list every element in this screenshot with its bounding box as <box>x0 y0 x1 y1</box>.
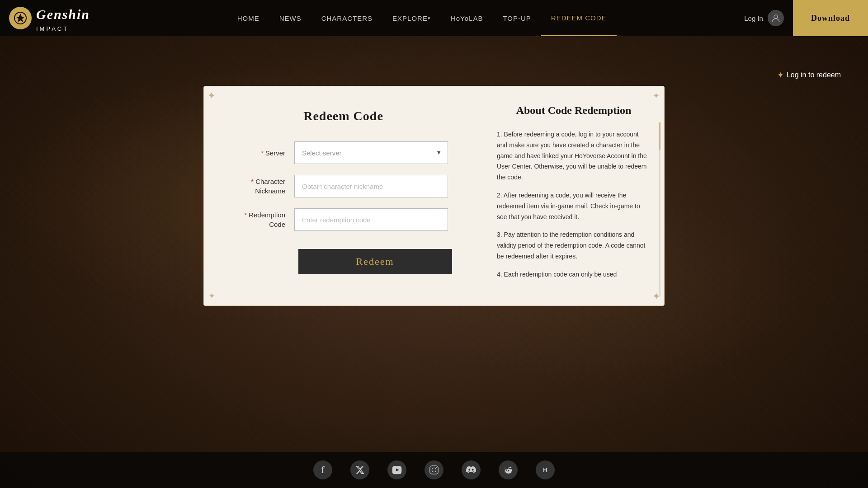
code-input-wrap <box>294 208 456 231</box>
social-instagram[interactable] <box>425 460 443 479</box>
logo-main-text: Genshin <box>36 5 99 26</box>
server-select[interactable]: Select server America Europe Asia TW/HK/… <box>294 141 448 164</box>
redeem-button[interactable]: Redeem <box>298 249 452 274</box>
download-button[interactable]: Download <box>793 0 868 36</box>
server-required-mark: * <box>261 149 264 157</box>
nav-login-button[interactable]: Log In <box>735 0 793 36</box>
login-star-icon: ✦ <box>777 70 784 80</box>
redeem-form-section: Redeem Code *Server Select server Americ… <box>204 86 483 305</box>
login-label: Log In <box>744 14 763 22</box>
code-required-mark: * <box>244 211 247 219</box>
scroll-thumb[interactable] <box>659 122 660 150</box>
nav-logo[interactable]: Genshin IMPACT <box>0 5 108 32</box>
svg-text:Genshin: Genshin <box>36 7 90 22</box>
nav-home[interactable]: HOME <box>227 0 269 36</box>
login-to-redeem[interactable]: ✦ Log in to redeem <box>777 70 841 80</box>
corner-br-icon: ✦ <box>653 291 660 301</box>
redeem-card: ✦ ✦ ✦ ✦ Redeem Code *Server Select serve… <box>203 86 665 306</box>
corner-bl-icon: ✦ <box>208 291 215 301</box>
svg-point-2 <box>774 15 778 19</box>
social-facebook[interactable]: f <box>313 460 332 479</box>
nav-hoyolab[interactable]: HoYoLAB <box>441 0 493 36</box>
social-hoyolab-footer[interactable]: H <box>536 460 555 479</box>
social-reddit[interactable] <box>499 460 518 479</box>
logo-text: Genshin IMPACT <box>36 5 99 32</box>
info-point-4: 4. Each redemption code can only be used <box>497 269 651 280</box>
info-section: About Code Redemption 1. Before redeemin… <box>483 86 664 305</box>
navbar: Genshin IMPACT HOME NEWS CHARACTERS EXPL… <box>0 0 868 36</box>
server-select-wrap[interactable]: Select server America Europe Asia TW/HK/… <box>294 141 448 164</box>
social-youtube[interactable] <box>387 460 406 479</box>
info-point-3: 3. Pay attention to the redemption condi… <box>497 230 651 262</box>
scroll-track <box>659 122 660 296</box>
corner-tl-icon: ✦ <box>208 91 215 101</box>
info-title: About Code Redemption <box>497 104 651 117</box>
nickname-label: *CharacterNickname <box>231 177 294 196</box>
nav-topup[interactable]: TOP-UP <box>493 0 541 36</box>
logo-sub-text: IMPACT <box>36 26 99 32</box>
nav-links: HOME NEWS CHARACTERS EXPLORE HoYoLAB TOP… <box>108 0 735 36</box>
login-to-redeem-label: Log in to redeem <box>787 71 841 79</box>
nav-explore[interactable]: EXPLORE <box>382 0 441 36</box>
svg-point-4 <box>432 468 436 472</box>
social-twitter[interactable] <box>350 460 369 479</box>
nickname-required-mark: * <box>251 178 254 185</box>
footer: f H <box>0 452 868 488</box>
nav-news[interactable]: NEWS <box>269 0 311 36</box>
info-point-2: 2. After redeeming a code, you will rece… <box>497 190 651 222</box>
nav-right: Log In Download <box>735 0 868 36</box>
server-row: *Server Select server America Europe Asi… <box>231 141 456 164</box>
user-icon <box>768 10 784 26</box>
code-input[interactable] <box>294 208 448 231</box>
info-text: 1. Before redeeming a code, log in to yo… <box>497 129 651 280</box>
code-label: *RedemptionCode <box>231 210 294 229</box>
nav-characters[interactable]: CHARACTERS <box>311 0 382 36</box>
social-discord[interactable] <box>462 460 481 479</box>
logo-icon <box>9 7 32 29</box>
server-input-wrap: Select server America Europe Asia TW/HK/… <box>294 141 456 164</box>
svg-point-5 <box>436 467 437 468</box>
svg-rect-3 <box>430 466 438 474</box>
nickname-row: *CharacterNickname <box>231 175 456 197</box>
nickname-input-wrap <box>294 175 456 197</box>
form-title: Redeem Code <box>303 109 383 123</box>
server-label: *Server <box>231 148 294 158</box>
info-point-1: 1. Before redeeming a code, log in to yo… <box>497 129 651 183</box>
nickname-input[interactable] <box>294 175 448 197</box>
nav-redeemcode[interactable]: REDEEM CODE <box>541 0 617 36</box>
code-row: *RedemptionCode <box>231 208 456 231</box>
